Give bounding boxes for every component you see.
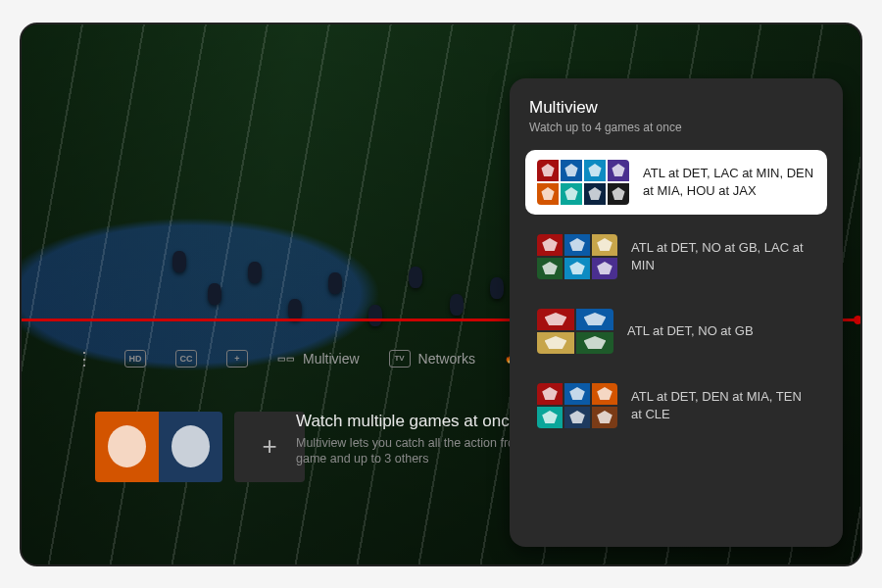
option-label: ATL at DET, NO at GB, LAC at MIN [631,239,815,273]
multiview-option[interactable]: ATL at DET, DEN at MIA, TEN at CLE [525,373,827,438]
team-logo-icon [569,262,585,274]
team-logo-icon [612,187,624,200]
team-cell [576,332,613,354]
team-cell [592,407,617,428]
team-logo-icon [542,387,558,400]
team-logo-icon [542,238,558,251]
multiview-option[interactable]: ATL at DET, LAC at MIN, DEN at MIA, HOU … [525,150,827,215]
team-logo-icon [597,387,612,400]
team-cell [537,258,563,279]
team-cell [564,407,590,428]
team-cell [537,407,563,428]
multiview-button[interactable]: ▭▭ Multiview [277,350,360,368]
team-cell [561,160,582,181]
team-logo-icon [545,313,567,325]
option-label: ATL at DET, LAC at MIN, DEN at MIA, HOU … [643,165,815,199]
networks-label: Networks [418,351,475,367]
team-cell [584,183,606,205]
team-cell [537,383,563,405]
team-grid [537,160,629,205]
team-logo-icon [588,187,601,200]
team-logo-icon [541,164,554,176]
team-logo-icon [542,411,558,423]
panel-title: Multiview [529,98,827,118]
team-grid [537,234,617,279]
team-logo-icon [597,411,612,423]
networks-button[interactable]: TV Networks [389,350,475,368]
team-grid [537,383,617,428]
team-cell [537,234,563,256]
team-cell [592,234,617,256]
team-logo-icon [542,262,558,274]
team-logo-icon [545,336,567,349]
player-controls: ⋮ HD CC + ▭▭ Multiview TV Networks 🔥 Key… [75,348,583,369]
options-list: ATL at DET, LAC at MIN, DEN at MIA, HOU … [525,150,827,448]
team-cell [95,412,159,482]
tv-screen: ⋮ HD CC + ▭▭ Multiview TV Networks 🔥 Key… [20,23,862,566]
more-menu-button[interactable]: ⋮ [75,348,95,369]
multiview-option[interactable]: ATL at DET, NO at GB, LAC at MIN [525,224,827,289]
cc-button[interactable]: CC [175,350,197,368]
add-button[interactable]: + [226,350,248,368]
multiview-tile-row: + [95,412,305,482]
current-multiview-tile[interactable] [95,412,222,482]
add-stream-button[interactable]: + [234,412,305,482]
team-cell [592,383,617,405]
team-logo-icon [612,164,624,176]
multiview-label: Multiview [303,351,360,367]
team-logo-icon [564,164,577,176]
team-logo-icon [172,425,210,467]
team-logo-icon [569,238,585,251]
team-cell [561,183,582,205]
team-logo-icon [108,425,146,467]
team-cell [537,183,559,205]
team-logo-icon [541,187,554,200]
team-logo-icon [597,238,612,251]
team-cell [584,160,606,181]
team-logo-icon [584,336,607,349]
panel-header: Multiview Watch up to 4 games at once [525,98,827,134]
team-cell [564,234,590,256]
option-label: ATL at DET, DEN at MIA, TEN at CLE [631,388,815,422]
multiview-panel: Multiview Watch up to 4 games at once AT… [510,78,843,547]
team-cell [592,258,617,279]
team-logo-icon [588,164,601,176]
team-cell [537,309,574,330]
team-cell [537,160,559,181]
hd-badge[interactable]: HD [124,350,146,368]
multiview-option[interactable]: ATL at DET, NO at GB [525,299,827,364]
team-cell [576,309,613,330]
team-cell [537,332,574,354]
panel-subtitle: Watch up to 4 games at once [529,121,827,134]
team-logo-icon [564,187,577,200]
option-label: ATL at DET, NO at GB [627,322,815,340]
team-cell [608,183,629,205]
team-grid [537,309,613,354]
team-cell [564,383,590,405]
multiview-icon: ▭▭ [277,350,295,368]
team-logo-icon [569,411,585,423]
team-cell [159,412,222,482]
team-cell [608,160,629,181]
team-cell [564,258,590,279]
team-logo-icon [597,262,612,274]
tv-icon: TV [389,350,411,368]
team-logo-icon [584,313,607,325]
team-logo-icon [569,387,585,400]
